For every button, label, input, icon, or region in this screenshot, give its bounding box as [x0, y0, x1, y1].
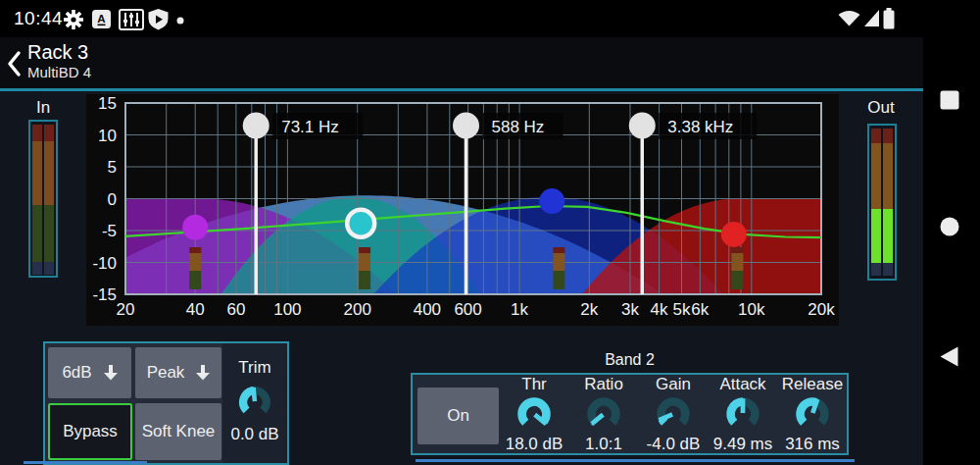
ratio-value: 1.0:1	[585, 436, 622, 453]
release-value: 316 ms	[785, 436, 840, 453]
global-settings-panel: 6dB Peak Bypass Soft Knee Trim 0.0 dB	[43, 341, 289, 465]
crossover-handle[interactable]	[629, 113, 656, 139]
svg-text:0: 0	[108, 190, 117, 209]
detector-value: Peak	[147, 363, 185, 383]
gain-label: Gain	[656, 376, 691, 392]
in-level-meter	[28, 120, 58, 278]
in-meter-label: In	[28, 98, 58, 118]
shield-play-icon	[148, 9, 169, 30]
svg-text:3k: 3k	[621, 300, 639, 319]
svg-text:600: 600	[454, 300, 481, 319]
svg-text:6k: 6k	[691, 300, 709, 319]
thr-label: Thr	[521, 376, 547, 392]
wifi-icon	[838, 11, 860, 26]
back-nav-button[interactable]	[940, 346, 958, 367]
trim-value: 0.0 dB	[222, 425, 287, 444]
scroll-indicator-left	[24, 461, 147, 464]
meter-bar	[871, 129, 881, 276]
soft-knee-button[interactable]: Soft Knee	[135, 403, 221, 460]
meter-bar	[44, 125, 54, 275]
crossover-handle[interactable]	[453, 113, 479, 139]
svg-text:-10: -10	[92, 254, 117, 273]
eq-frequency-graph[interactable]: 73.1 Hz588 Hz3.38 kHz151050-5-10-1520406…	[86, 94, 839, 326]
svg-text:100: 100	[273, 300, 301, 319]
band-handle[interactable]	[539, 188, 564, 214]
svg-text:10k: 10k	[738, 300, 765, 319]
soft-knee-label: Soft Knee	[142, 422, 216, 441]
release-knob[interactable]	[791, 392, 834, 436]
battery-icon	[883, 8, 895, 29]
detector-dropdown[interactable]: Peak	[135, 347, 221, 398]
band-handle[interactable]	[721, 222, 747, 247]
status-time: 10:44	[14, 8, 63, 29]
app-header: Rack 3 MultiBD 4	[0, 37, 923, 88]
svg-text:200: 200	[344, 300, 371, 319]
a-app-icon: A	[92, 10, 111, 28]
svg-text:3.38 kHz: 3.38 kHz	[667, 118, 733, 136]
slope-dropdown[interactable]: 6dB	[48, 347, 131, 398]
ratio-knob[interactable]	[582, 392, 625, 436]
thr-knob-group: Thr18.0 dB	[500, 376, 568, 453]
svg-text:40: 40	[186, 300, 205, 319]
scroll-indicator-right	[416, 459, 855, 462]
band-handle[interactable]	[182, 215, 208, 240]
cell-signal-icon	[864, 10, 880, 26]
mixer-icon	[119, 9, 144, 30]
page-title: Rack 3	[27, 41, 88, 64]
release-knob-group: Release316 ms	[778, 376, 847, 453]
crossover-handle[interactable]	[243, 113, 270, 139]
back-icon[interactable]	[6, 50, 22, 78]
notification-dot-icon	[176, 17, 184, 25]
gain-value: -4.0 dB	[647, 436, 701, 453]
band-panel-title: Band 2	[411, 351, 849, 369]
svg-text:1k: 1k	[511, 300, 528, 319]
slope-value: 6dB	[62, 363, 91, 383]
bypass-label: Bypass	[63, 422, 118, 441]
dropdown-arrow-icon	[196, 365, 210, 381]
android-navbar	[923, 0, 980, 465]
bypass-button[interactable]: Bypass	[48, 403, 132, 460]
gear-icon	[62, 8, 85, 31]
band-on-button[interactable]: On	[417, 388, 499, 444]
meter-bar	[883, 129, 893, 276]
trim-label: Trim	[222, 358, 287, 378]
thr-value: 18.0 dB	[506, 436, 564, 453]
svg-text:588 Hz: 588 Hz	[492, 118, 545, 136]
svg-text:20k: 20k	[808, 300, 835, 319]
page-subtitle: MultiBD 4	[27, 64, 91, 80]
out-level-meter	[867, 124, 897, 281]
svg-text:5: 5	[108, 158, 117, 177]
header-divider	[0, 88, 923, 91]
home-button[interactable]	[940, 217, 959, 236]
meter-bar	[32, 125, 42, 275]
svg-text:73.1 Hz: 73.1 Hz	[281, 118, 339, 136]
svg-text:15: 15	[98, 94, 117, 113]
gain-knob-group: Gain-4.0 dB	[639, 376, 708, 453]
ratio-label: Ratio	[584, 376, 623, 392]
svg-text:10: 10	[98, 127, 117, 145]
svg-text:5k: 5k	[673, 300, 691, 319]
status-bar: 10:44 A	[0, 0, 980, 37]
svg-text:400: 400	[414, 300, 441, 319]
svg-text:20: 20	[117, 300, 135, 319]
svg-text:-15: -15	[92, 285, 117, 304]
svg-text:60: 60	[226, 300, 245, 319]
trim-knob[interactable]	[234, 381, 275, 424]
svg-text:2k: 2k	[580, 300, 598, 319]
band-handle-selected[interactable]	[347, 210, 374, 237]
attack-knob[interactable]	[721, 392, 764, 436]
attack-value: 9.49 ms	[713, 436, 772, 453]
out-meter-label: Out	[866, 98, 896, 118]
ratio-knob-group: Ratio1.0:1	[569, 376, 638, 453]
svg-text:4k: 4k	[651, 300, 668, 319]
app-screen: 10:44 A	[0, 0, 980, 465]
svg-text:-5: -5	[102, 222, 117, 240]
recents-button[interactable]	[940, 90, 959, 110]
dropdown-arrow-icon	[104, 365, 118, 381]
thr-knob[interactable]	[513, 392, 556, 436]
gain-knob[interactable]	[652, 392, 695, 436]
band-settings-panel: On Thr18.0 dBRatio1.0:1Gain-4.0 dBAttack…	[411, 373, 849, 455]
attack-knob-group: Attack9.49 ms	[709, 376, 777, 453]
band-on-label: On	[447, 406, 469, 426]
release-label: Release	[782, 376, 843, 392]
